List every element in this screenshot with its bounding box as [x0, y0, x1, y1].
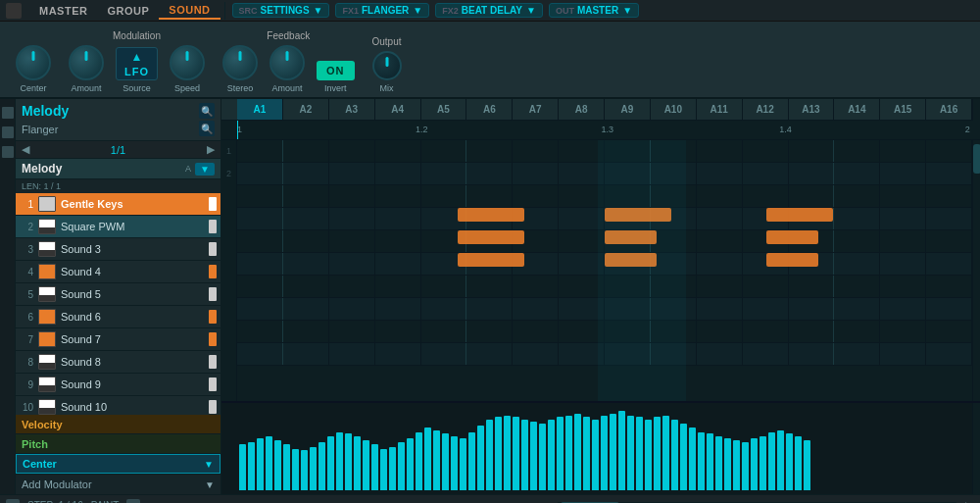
- vel-bar-8[interactable]: [310, 447, 317, 490]
- nav-arrow-left[interactable]: ◀: [22, 143, 29, 156]
- vel-bar-3[interactable]: [266, 436, 272, 490]
- scrollbar-thumb[interactable]: [973, 144, 980, 174]
- col-header-A1[interactable]: A1: [237, 99, 283, 120]
- fx2-chip[interactable]: FX2 BEAT DELAY ▼: [435, 3, 543, 18]
- add-modulator-row[interactable]: Add Modulator ▼: [16, 474, 220, 494]
- vel-bar-34[interactable]: [539, 424, 546, 490]
- vel-bar-22[interactable]: [433, 430, 440, 490]
- v-scrollbar[interactable]: [972, 140, 980, 401]
- col-header-A13[interactable]: A13: [789, 99, 835, 120]
- vel-bar-36[interactable]: [557, 417, 564, 490]
- vel-bar-64[interactable]: [804, 440, 810, 490]
- col-header-A7[interactable]: A7: [513, 99, 559, 120]
- col-header-A8[interactable]: A8: [559, 99, 605, 120]
- vel-bar-1[interactable]: [248, 442, 255, 490]
- vel-bar-9[interactable]: [318, 442, 325, 490]
- vel-bar-54[interactable]: [715, 436, 722, 490]
- note-block-6-3[interactable]: [766, 253, 818, 267]
- mix-knob[interactable]: [372, 51, 402, 80]
- vel-bar-44[interactable]: [627, 416, 634, 491]
- vel-bar-62[interactable]: [786, 433, 793, 490]
- col-header-A2[interactable]: A2: [283, 99, 329, 120]
- vel-bar-45[interactable]: [636, 417, 643, 490]
- sound-row-1[interactable]: 1 Gentle Keys: [16, 193, 220, 216]
- tab-master[interactable]: MASTER: [29, 3, 97, 19]
- vel-bar-0[interactable]: [239, 444, 246, 490]
- vel-bar-48[interactable]: [662, 416, 669, 491]
- vel-bar-33[interactable]: [530, 422, 537, 490]
- vel-bar-38[interactable]: [574, 414, 581, 490]
- vel-bar-47[interactable]: [654, 417, 661, 490]
- stereo-knob[interactable]: [222, 45, 258, 80]
- col-header-A14[interactable]: A14: [834, 99, 880, 120]
- sound-row-6[interactable]: 6 Sound 6: [16, 306, 220, 328]
- vel-bar-39[interactable]: [583, 417, 590, 490]
- scroll-right-button[interactable]: ▶: [965, 499, 974, 504]
- nav-arrow-right[interactable]: ▶: [207, 143, 215, 156]
- col-header-A12[interactable]: A12: [743, 99, 789, 120]
- vel-bar-32[interactable]: [521, 420, 528, 490]
- vel-bar-53[interactable]: [707, 433, 713, 490]
- vel-bar-20[interactable]: [416, 432, 422, 491]
- mod-amount-knob[interactable]: [69, 45, 104, 80]
- vel-bar-14[interactable]: [363, 440, 369, 490]
- center-knob[interactable]: [16, 45, 51, 80]
- vel-bar-11[interactable]: [336, 432, 343, 491]
- vel-bar-2[interactable]: [257, 438, 264, 490]
- note-block-5-3[interactable]: [766, 230, 818, 244]
- magnify-icon[interactable]: [126, 499, 140, 504]
- sound-row-7[interactable]: 7 Sound 7: [16, 328, 220, 351]
- vel-bar-13[interactable]: [354, 436, 361, 490]
- sound-row-4[interactable]: 4 Sound 4: [16, 261, 220, 283]
- vel-bar-23[interactable]: [442, 433, 449, 490]
- pitch-row[interactable]: Pitch: [16, 434, 220, 454]
- col-header-A3[interactable]: A3: [329, 99, 375, 120]
- vel-bar-17[interactable]: [389, 447, 396, 490]
- col-header-A6[interactable]: A6: [466, 99, 513, 120]
- fb-amount-knob[interactable]: [270, 45, 305, 80]
- lfo-source-box[interactable]: ▲ LFO: [116, 47, 158, 80]
- vel-bar-12[interactable]: [345, 433, 352, 490]
- tab-sound[interactable]: SOUND: [159, 2, 220, 20]
- vel-bar-15[interactable]: [371, 444, 378, 490]
- vel-bar-52[interactable]: [698, 432, 705, 491]
- vel-bar-58[interactable]: [751, 438, 758, 490]
- col-header-A11[interactable]: A11: [697, 99, 743, 120]
- vel-bar-26[interactable]: [468, 432, 475, 491]
- vel-bar-7[interactable]: [301, 450, 308, 490]
- vel-bar-18[interactable]: [398, 442, 405, 490]
- invert-on-button[interactable]: ON: [317, 61, 355, 80]
- vel-bar-42[interactable]: [610, 414, 616, 490]
- vel-bar-40[interactable]: [592, 420, 599, 490]
- col-header-A16[interactable]: A16: [926, 99, 972, 120]
- note-block-4-3[interactable]: [766, 208, 833, 222]
- fx1-chip[interactable]: FX1 FLANGER ▼: [335, 3, 429, 18]
- vel-bar-63[interactable]: [795, 436, 802, 490]
- vel-bar-55[interactable]: [724, 438, 731, 490]
- vel-bar-50[interactable]: [680, 424, 687, 490]
- vel-bar-5[interactable]: [283, 444, 290, 490]
- bottom-icon[interactable]: [6, 499, 20, 504]
- vel-bar-19[interactable]: [407, 438, 414, 490]
- vel-bar-56[interactable]: [733, 440, 740, 490]
- vel-bar-10[interactable]: [327, 436, 334, 490]
- tab-group[interactable]: GROUP: [97, 3, 159, 19]
- vel-bar-61[interactable]: [777, 430, 784, 490]
- vel-bar-46[interactable]: [645, 420, 652, 490]
- sound-row-10[interactable]: 10 Sound 10: [16, 396, 220, 415]
- src-chip[interactable]: SRC SETTINGS ▼: [232, 3, 330, 18]
- vel-bar-31[interactable]: [513, 417, 519, 490]
- icon-tools[interactable]: [2, 146, 14, 158]
- col-header-A10[interactable]: A10: [651, 99, 697, 120]
- col-header-A9[interactable]: A9: [605, 99, 651, 120]
- icon-piano[interactable]: [2, 126, 14, 138]
- velocity-row[interactable]: Velocity: [16, 415, 220, 434]
- preset-search-button[interactable]: 🔍: [199, 121, 215, 136]
- sound-row-5[interactable]: 5 Sound 5: [16, 283, 220, 306]
- vel-bar-49[interactable]: [671, 420, 678, 490]
- vel-bar-21[interactable]: [424, 428, 431, 490]
- vel-bar-28[interactable]: [486, 420, 493, 490]
- col-header-A15[interactable]: A15: [880, 99, 926, 120]
- center-row[interactable]: Center ▼: [16, 454, 220, 474]
- icon-grid[interactable]: [2, 107, 14, 119]
